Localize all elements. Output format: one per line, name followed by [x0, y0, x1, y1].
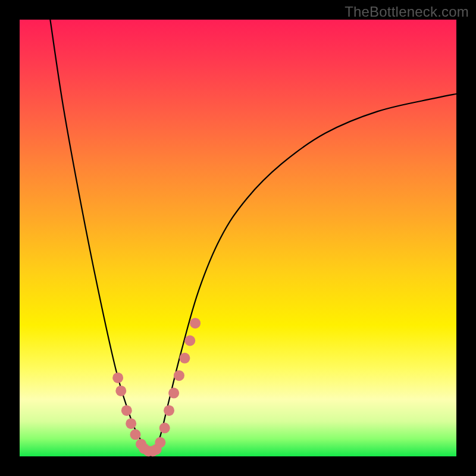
right-curve	[151, 94, 456, 456]
chart-frame: TheBottleneck.com	[0, 0, 476, 476]
marker-dot	[159, 422, 170, 433]
plot-area	[20, 20, 456, 456]
left-curve-path	[50, 20, 151, 456]
marker-dot	[184, 335, 195, 346]
marker-dot	[130, 429, 141, 440]
watermark-text: TheBottleneck.com	[345, 4, 469, 20]
marker-dot	[190, 318, 201, 328]
left-curve	[50, 20, 151, 456]
marker-dot	[179, 353, 190, 364]
marker-dot	[164, 405, 174, 416]
marker-dot	[126, 418, 136, 429]
right-curve-path	[151, 94, 456, 456]
marker-dot	[168, 388, 179, 399]
marker-dots	[112, 318, 201, 456]
marker-dot	[155, 437, 165, 448]
chart-svg	[20, 20, 456, 456]
marker-dot	[115, 386, 126, 396]
marker-dot	[112, 372, 123, 383]
marker-dot	[174, 370, 184, 381]
marker-dot	[121, 405, 132, 416]
